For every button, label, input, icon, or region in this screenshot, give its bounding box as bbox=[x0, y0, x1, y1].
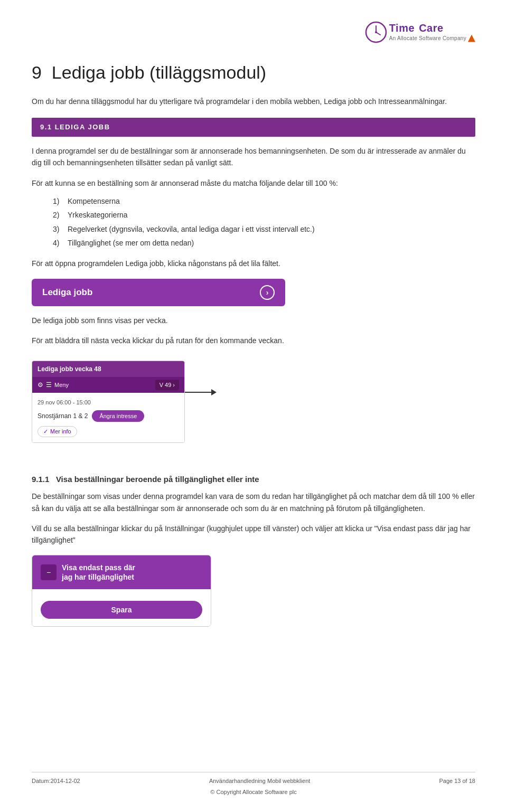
section-911-title: 9.1.1 Visa beställningar beroende på til… bbox=[32, 474, 475, 486]
gear-icon: ⚙ bbox=[37, 380, 43, 390]
section-91-para1: I denna programdel ser du de beställning… bbox=[32, 145, 475, 169]
section-91-content: I denna programdel ser du de beställning… bbox=[32, 145, 475, 169]
footer-copyright: © Copyright Allocate Software plc bbox=[32, 788, 475, 797]
svg-point-4 bbox=[375, 31, 377, 33]
week-label: V 49 bbox=[159, 381, 172, 390]
arrow-right-icon: › bbox=[260, 285, 275, 300]
ss-body: 29 nov 06:00 - 15:00 Snostjärnan 1 & 2 Å… bbox=[32, 393, 184, 442]
ss-location: Snostjärnan 1 & 2 bbox=[37, 411, 88, 421]
logo-subtitle: An Allocate Software Company bbox=[389, 34, 475, 42]
section-91-para2-wrap: För att kunna se en beställning som är a… bbox=[32, 177, 475, 249]
intro-paragraph: Om du har denna tilläggsmodul har du ytt… bbox=[32, 96, 475, 107]
footer-main: Datum:2014-12-02 Användarhandledning Mob… bbox=[32, 777, 475, 786]
open-lediga-jobb-text: För att öppna programdelen Lediga jobb, … bbox=[32, 258, 475, 269]
sm-header-text: Visa endast pass där jag har tillgänglig… bbox=[62, 563, 135, 582]
match-requirements-list: Kompetenserna Yrkeskategorierna Regelver… bbox=[32, 195, 475, 249]
list-item-1: Kompetenserna bbox=[53, 195, 475, 207]
page: Time Care An Allocate Software Company 9… bbox=[0, 0, 507, 812]
section-91-para2: För att kunna se en beställning som är a… bbox=[32, 177, 475, 189]
logo-name: Time Care bbox=[389, 22, 475, 34]
ss-menu: ⚙ ☰ Meny bbox=[37, 380, 69, 390]
header: Time Care An Allocate Software Company bbox=[32, 21, 475, 43]
bläddra-text: För att bläddra till nästa vecka klickar… bbox=[32, 335, 475, 346]
menu-label: Meny bbox=[54, 381, 69, 390]
footer-date: Datum:2014-12-02 bbox=[32, 777, 80, 786]
check-icon: ✓ bbox=[43, 428, 48, 435]
ss-action-row: Snostjärnan 1 & 2 Ångra intresse bbox=[37, 410, 179, 422]
ss-toolbar: ⚙ ☰ Meny V 49 › bbox=[32, 377, 184, 393]
lediga-jobb-screenshot: Lediga jobb vecka 48 ⚙ ☰ Meny V 49 › 29 … bbox=[32, 361, 185, 443]
sm-body: Spara bbox=[32, 589, 211, 626]
svg-marker-5 bbox=[211, 389, 217, 395]
settings-icon: − bbox=[41, 564, 57, 580]
chevron-right-icon: › bbox=[173, 381, 175, 390]
settings-line1: Visa endast pass där bbox=[62, 563, 135, 572]
visas-per-vecka-text: De lediga jobb som finns visas per vecka… bbox=[32, 315, 475, 326]
timecare-clock-icon bbox=[365, 21, 387, 43]
footer-doc-title: Användarhandledning Mobil webbklient bbox=[209, 777, 310, 786]
list-item-3: Regelverket (dygnsvila, veckovila, antal… bbox=[53, 223, 475, 235]
sm-header: − Visa endast pass där jag har tillgängl… bbox=[32, 555, 211, 589]
list-item-2: Yrkeskategorierna bbox=[53, 209, 475, 221]
arrow-annotation bbox=[182, 384, 219, 400]
section-911-para1: De beställningar som visas under denna p… bbox=[32, 490, 475, 514]
lediga-jobb-button-label: Lediga jobb bbox=[42, 286, 92, 299]
logo-top: Time Care An Allocate Software Company bbox=[365, 21, 475, 43]
footer: Datum:2014-12-02 Användarhandledning Mob… bbox=[32, 772, 475, 796]
list-item-4: Tillgänglighet (se mer om detta nedan) bbox=[53, 237, 475, 249]
settings-line2: jag har tillgänglighet bbox=[62, 572, 135, 582]
ss-mer-info-row: ✓ Mer info bbox=[37, 426, 179, 437]
settings-screenshot: − Visa endast pass där jag har tillgängl… bbox=[32, 555, 211, 627]
menu-icon: ☰ bbox=[46, 380, 52, 390]
footer-page-info: Page 13 of 18 bbox=[439, 777, 475, 786]
chapter-title: 9 Lediga jobb (tilläggsmodul) bbox=[32, 59, 475, 86]
screenshot-section: Lediga jobb vecka 48 ⚙ ☰ Meny V 49 › 29 … bbox=[32, 355, 185, 452]
section-911-para2: Vill du se alla beställningar klickar du… bbox=[32, 523, 475, 546]
allocate-a-icon bbox=[468, 35, 475, 42]
ss-header: Lediga jobb vecka 48 bbox=[32, 361, 184, 377]
logo: Time Care An Allocate Software Company bbox=[365, 21, 475, 43]
angra-intresse-button[interactable]: Ångra intresse bbox=[92, 410, 144, 422]
ss-time: 29 nov 06:00 - 15:00 bbox=[37, 398, 179, 407]
logo-text: Time Care An Allocate Software Company bbox=[389, 22, 475, 42]
lediga-jobb-button[interactable]: Lediga jobb › bbox=[32, 279, 285, 306]
spara-button[interactable]: Spara bbox=[41, 601, 202, 619]
section-91-bar: 9.1 LEDIGA JOBB bbox=[32, 118, 475, 137]
ss-week-nav[interactable]: V 49 › bbox=[155, 380, 179, 391]
mer-info-button[interactable]: ✓ Mer info bbox=[37, 426, 77, 437]
